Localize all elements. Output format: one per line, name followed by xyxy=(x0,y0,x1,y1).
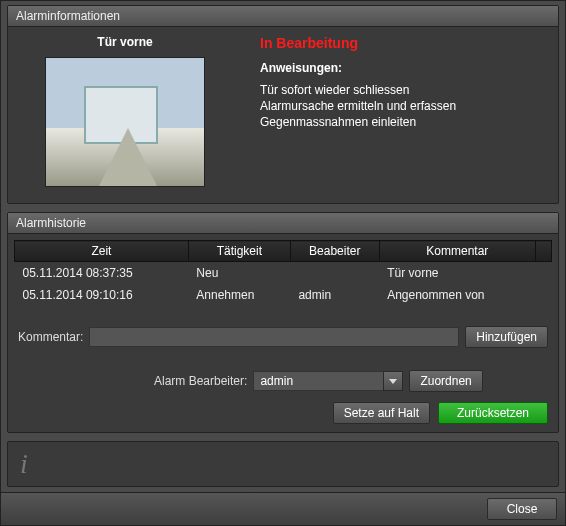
cell-activity: Neu xyxy=(188,262,290,285)
alarm-history-header: Alarmhistorie xyxy=(8,213,558,234)
cell-time: 05.11.2014 09:10:16 xyxy=(15,284,189,306)
col-spacer xyxy=(536,241,552,262)
col-comment[interactable]: Kommentar xyxy=(379,241,535,262)
assign-label: Alarm Bearbeiter: xyxy=(154,374,247,388)
camera-column: Tür vorne xyxy=(20,35,230,187)
cell-comment: Tür vorne xyxy=(379,262,535,285)
reset-button[interactable]: Zurücksetzen xyxy=(438,402,548,424)
alarm-history-panel: Alarmhistorie Zeit Tätigkeit Beabeiter K… xyxy=(7,212,559,433)
assign-row: Alarm Bearbeiter: admin Zuordnen xyxy=(14,368,552,394)
cell-activity: Annehmen xyxy=(188,284,290,306)
alarm-dialog: Alarminformationen Tür vorne In Bearbeit… xyxy=(0,0,566,526)
alarm-status: In Bearbeitung xyxy=(260,35,546,51)
comment-label: Kommentar: xyxy=(18,330,83,344)
alarm-info-body: Tür vorne In Bearbeitung Anweisungen: Tü… xyxy=(8,27,558,203)
col-activity[interactable]: Tätigkeit xyxy=(188,241,290,262)
assign-button[interactable]: Zuordnen xyxy=(409,370,482,392)
col-time[interactable]: Zeit xyxy=(15,241,189,262)
assign-select-toggle[interactable] xyxy=(383,371,403,391)
cell-editor xyxy=(290,262,379,285)
table-row[interactable]: 05.11.2014 09:10:16 Annehmen admin Angen… xyxy=(15,284,552,306)
info-icon: i xyxy=(14,448,34,480)
instructions-header: Anweisungen: xyxy=(260,61,546,75)
dialog-footer: Close xyxy=(1,492,565,525)
info-bar: i xyxy=(7,441,559,487)
alarm-info-header: Alarminformationen xyxy=(8,6,558,27)
cell-comment: Angenommen von xyxy=(379,284,535,306)
camera-thumbnail[interactable] xyxy=(45,57,205,187)
instruction-line: Alarmursache ermitteln und erfassen xyxy=(260,99,546,113)
instruction-line: Tür sofort wieder schliessen xyxy=(260,83,546,97)
table-row[interactable]: 05.11.2014 08:37:35 Neu Tür vorne xyxy=(15,262,552,285)
history-table: Zeit Tätigkeit Beabeiter Kommentar 05.11… xyxy=(14,240,552,306)
add-comment-button[interactable]: Hinzufügen xyxy=(465,326,548,348)
col-editor[interactable]: Beabeiter xyxy=(290,241,379,262)
alarm-history-body: Zeit Tätigkeit Beabeiter Kommentar 05.11… xyxy=(8,234,558,432)
hold-button[interactable]: Setze auf Halt xyxy=(333,402,430,424)
chevron-down-icon xyxy=(389,379,397,384)
comment-row: Kommentar: Hinzufügen xyxy=(14,324,552,350)
table-header-row: Zeit Tätigkeit Beabeiter Kommentar xyxy=(15,241,552,262)
alarm-info-panel: Alarminformationen Tür vorne In Bearbeit… xyxy=(7,5,559,204)
assign-select[interactable]: admin xyxy=(253,371,403,391)
assign-select-value: admin xyxy=(253,371,403,391)
action-row: Setze auf Halt Zurücksetzen xyxy=(14,400,552,426)
instructions-column: In Bearbeitung Anweisungen: Tür sofort w… xyxy=(260,35,546,187)
instruction-line: Gegenmassnahmen einleiten xyxy=(260,115,546,129)
camera-label: Tür vorne xyxy=(20,35,230,49)
cell-time: 05.11.2014 08:37:35 xyxy=(15,262,189,285)
close-button[interactable]: Close xyxy=(487,498,557,520)
comment-input[interactable] xyxy=(89,327,459,347)
cell-editor: admin xyxy=(290,284,379,306)
